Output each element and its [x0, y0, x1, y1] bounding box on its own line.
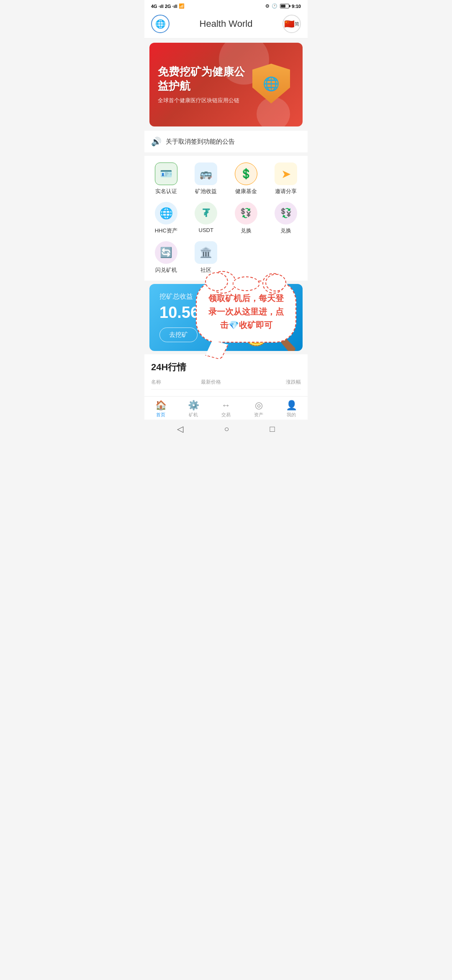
market-title: 24H行情	[151, 361, 301, 374]
miner-swap-icon: 🔄	[160, 247, 172, 258]
shield-icon: 🌐	[252, 64, 290, 103]
china-flag-icon: 🇨🇳	[284, 19, 295, 29]
announcement-bar[interactable]: 🔊 关于取消签到功能的公告	[144, 131, 308, 152]
menu-label-identity: 实名认证	[155, 188, 177, 195]
nav-miner-label: 矿机	[189, 412, 198, 418]
market-col-change: 涨跌幅	[251, 379, 301, 386]
popup-text: 领取矿机后，每天登录一次从这里进，点击💎收矿即可	[208, 294, 284, 330]
community-icon: 🏛️	[200, 247, 212, 258]
status-right: ⊙ 🕐 9:10	[265, 3, 301, 9]
menu-item-fiat[interactable]: 💱 兑换	[228, 202, 265, 235]
menu-item-identity[interactable]: 🪪 实名认证	[148, 162, 185, 195]
back-button[interactable]: ◁	[177, 424, 183, 434]
menu-item-pool[interactable]: 🚌 矿池收益	[188, 162, 225, 195]
lang-label: 简	[295, 21, 299, 27]
exchange-icon: 💱	[280, 208, 292, 219]
home-button[interactable]: ○	[224, 424, 229, 434]
miner-icon: ⚙️	[188, 400, 199, 411]
nav-assets[interactable]: ◎ 资产	[242, 400, 275, 418]
trade-icon: ↔️	[221, 400, 231, 411]
menu-label-fiat: 兑换	[241, 227, 252, 235]
market-table-header: 名称 最新价格 涨跌幅	[151, 379, 301, 389]
go-mining-button[interactable]: 去挖矿	[159, 328, 198, 342]
menu-label-exchange: 兑换	[280, 227, 291, 235]
system-nav-bar: ◁ ○ □	[144, 420, 308, 438]
status-time: 9:10	[292, 4, 301, 9]
menu-grid: 🪪 实名认证 🚌 矿池收益 💲 健康基金 ➤ 邀请分享 🌐	[144, 156, 308, 281]
menu-item-community[interactable]: 🏛️ 社区	[188, 241, 225, 274]
menu-label-pool: 矿池收益	[195, 188, 217, 195]
globe-icon: 🌐	[155, 19, 166, 29]
fiat-icon: 💱	[240, 208, 252, 219]
promo-banner[interactable]: 免费挖矿为健康公益护航 全球首个健康医疗区块链应用公链 🌐	[149, 43, 303, 126]
pool-icon: 🚌	[200, 168, 212, 180]
recent-apps-button[interactable]: □	[270, 424, 275, 434]
menu-item-usdt[interactable]: ₮ USDT	[188, 202, 225, 235]
profile-icon: 👤	[286, 400, 297, 411]
menu-item-exchange[interactable]: 💱 兑换	[268, 202, 305, 235]
fund-icon: 💲	[240, 168, 252, 180]
market-col-name: 名称	[151, 379, 201, 386]
cloud-popup: 领取矿机后，每天登录一次从这里进，点击💎收矿即可	[196, 281, 296, 343]
nav-miner[interactable]: ⚙️ 矿机	[177, 400, 210, 418]
usdt-icon: ₮	[203, 207, 210, 220]
menu-label-invite: 邀请分享	[275, 188, 297, 195]
nav-home-label: 首页	[156, 412, 165, 418]
battery-icon	[280, 4, 289, 8]
announcement-text: 关于取消签到功能的公告	[166, 138, 235, 146]
language-button[interactable]: 🇨🇳 简	[282, 15, 301, 33]
market-col-price: 最新价格	[201, 379, 251, 386]
app-logo[interactable]: 🌐	[151, 15, 170, 33]
hhc-icon: 🌐	[159, 207, 173, 220]
speaker-icon: 🔊	[151, 137, 162, 147]
cloud-tail	[205, 340, 229, 360]
app-title: Health World	[200, 18, 253, 29]
app-header: 🌐 Health World 🇨🇳 简	[144, 10, 308, 39]
menu-label-miner: 闪兑矿机	[155, 266, 177, 274]
nav-trade[interactable]: ↔️ 交易	[210, 400, 242, 418]
nav-profile-label: 我的	[287, 412, 296, 418]
menu-label-community: 社区	[200, 266, 211, 274]
nav-profile[interactable]: 👤 我的	[275, 400, 308, 418]
menu-label-usdt: USDT	[199, 227, 213, 233]
status-bar: 4G·ıll2G·ıll 📶 ⊙ 🕐 9:10	[144, 0, 308, 10]
menu-item-hhc[interactable]: 🌐 HHC资产	[148, 202, 185, 235]
nav-assets-label: 资产	[254, 412, 263, 418]
assets-icon: ◎	[255, 400, 263, 411]
identity-icon: 🪪	[160, 168, 172, 180]
menu-label-fund: 健康基金	[235, 188, 257, 195]
bottom-nav: 🏠 首页 ⚙️ 矿机 ↔️ 交易 ◎ 资产 👤 我的	[144, 396, 308, 420]
menu-item-invite[interactable]: ➤ 邀请分享	[268, 162, 305, 195]
invite-icon: ➤	[281, 167, 291, 181]
menu-item-miner[interactable]: 🔄 闪兑矿机	[148, 241, 185, 274]
nav-home[interactable]: 🏠 首页	[144, 400, 177, 418]
menu-label-hhc: HHC资产	[155, 227, 177, 235]
menu-item-fund[interactable]: 💲 健康基金	[228, 162, 265, 195]
market-section: 24H行情 名称 最新价格 涨跌幅	[144, 354, 308, 396]
nav-trade-label: 交易	[221, 412, 231, 418]
home-icon: 🏠	[155, 400, 167, 411]
popup-overlay: 领取矿机后，每天登录一次从这里进，点击💎收矿即可	[196, 281, 296, 358]
status-signal: 4G·ıll2G·ıll 📶	[151, 3, 185, 9]
